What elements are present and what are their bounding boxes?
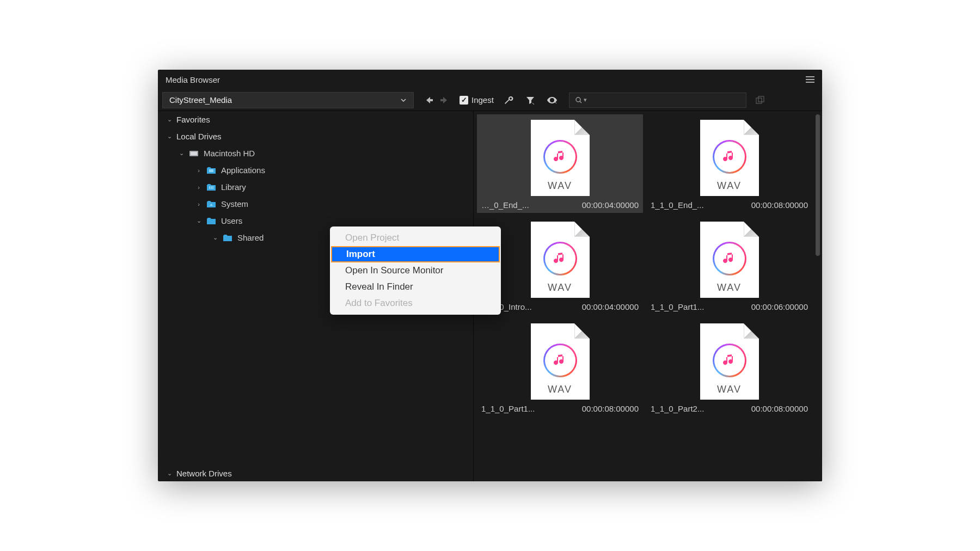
sidebar-label: Favorites xyxy=(176,115,210,124)
tree-item-applications[interactable]: › Applications xyxy=(158,162,473,179)
sidebar-section-network-drives[interactable]: ⌄ Network Drives xyxy=(158,464,473,481)
tree-item-system[interactable]: › System xyxy=(158,195,473,212)
search-dropdown-icon: ▾ xyxy=(584,96,587,103)
file-duration: 00:00:04:00000 xyxy=(582,302,639,311)
file-item[interactable]: WAV1_1_0_Part1...00:00:06:00000 xyxy=(646,216,812,315)
svg-rect-7 xyxy=(209,186,210,189)
file-item[interactable]: WAV1_1_0_Intro...00:00:04:00000 xyxy=(477,216,643,315)
file-name: 1_1_0_Part1... xyxy=(651,302,704,311)
file-type-label: WAV xyxy=(717,180,742,192)
chevron-down-icon: ⌄ xyxy=(166,133,173,140)
sidebar-section-favorites[interactable]: ⌄ Favorites xyxy=(158,111,473,128)
panel-title: Media Browser xyxy=(166,75,220,84)
file-type-label: WAV xyxy=(548,384,572,395)
scrollbar-thumb[interactable] xyxy=(816,114,820,256)
search-input[interactable]: ▾ xyxy=(569,93,746,108)
chevron-down-icon: ⌄ xyxy=(177,150,185,157)
tree-item-library[interactable]: › Library xyxy=(158,179,473,195)
nav-arrows xyxy=(424,94,450,106)
file-grid: WAV…_0_End_...00:00:04:00000WAV1_1_0_End… xyxy=(474,111,822,481)
file-item[interactable]: WAV1_1_0_End_...00:00:08:00000 xyxy=(646,114,812,213)
ingest-toggle[interactable]: ✓ Ingest xyxy=(460,95,494,105)
menu-item-reveal-in-finder[interactable]: Reveal In Finder xyxy=(330,279,501,295)
file-item[interactable]: WAV…_0_End_...00:00:04:00000 xyxy=(477,114,643,213)
file-item[interactable]: WAV1_1_0_Part1...00:00:08:00000 xyxy=(477,318,643,417)
music-note-icon xyxy=(543,242,577,276)
search-icon xyxy=(575,96,583,104)
file-thumbnail: WAV xyxy=(700,323,759,400)
panel-title-bar: Media Browser xyxy=(158,70,822,89)
menu-item-import[interactable]: Import xyxy=(331,246,500,262)
sidebar-label: Local Drives xyxy=(176,132,222,141)
menu-item-add-to-favorites[interactable]: Add to Favorites xyxy=(330,295,501,311)
file-thumbnail: WAV xyxy=(531,222,590,298)
file-duration: 00:00:06:00000 xyxy=(751,302,808,311)
folder-icon xyxy=(206,166,217,175)
file-thumbnail: WAV xyxy=(531,323,590,400)
menu-item-open-in-source-monitor[interactable]: Open In Source Monitor xyxy=(330,262,501,279)
tree-label: Macintosh HD xyxy=(204,149,255,158)
file-meta: 1_1_0_Part2...00:00:08:00000 xyxy=(646,404,812,413)
file-type-label: WAV xyxy=(717,384,742,395)
file-duration: 00:00:08:00000 xyxy=(582,404,639,413)
file-name: …_0_End_... xyxy=(481,200,529,210)
scrollbar[interactable] xyxy=(816,114,820,478)
folder-icon xyxy=(206,199,217,209)
tree-label: Shared xyxy=(237,233,264,242)
tree-label: Users xyxy=(221,216,242,225)
tree-label: System xyxy=(221,199,248,209)
toolbar: CityStreet_Media ✓ Ingest xyxy=(158,89,822,111)
nav-forward-icon[interactable] xyxy=(438,94,450,106)
file-type-label: WAV xyxy=(548,282,572,293)
chevron-down-icon xyxy=(400,97,407,103)
filter-icon[interactable] xyxy=(523,93,537,107)
file-duration: 00:00:08:00000 xyxy=(751,404,808,413)
tree-item-drive[interactable]: ⌄ Macintosh HD xyxy=(158,145,473,162)
main-area: ⌄ Favorites ⌄ Local Drives ⌄ Macintosh H… xyxy=(158,111,822,481)
new-bin-icon[interactable] xyxy=(754,94,766,106)
file-meta: 1_1_0_Part1...00:00:08:00000 xyxy=(477,404,643,413)
file-item[interactable]: WAV1_1_0_Part2...00:00:08:00000 xyxy=(646,318,812,417)
sidebar: ⌄ Favorites ⌄ Local Drives ⌄ Macintosh H… xyxy=(158,111,474,481)
music-note-icon xyxy=(543,140,577,174)
file-type-label: WAV xyxy=(717,282,742,293)
ingest-label: Ingest xyxy=(471,95,494,105)
chevron-down-icon: ⌄ xyxy=(166,116,173,123)
sidebar-section-local-drives[interactable]: ⌄ Local Drives xyxy=(158,128,473,145)
chevron-down-icon: ⌄ xyxy=(195,217,203,224)
eye-icon[interactable] xyxy=(545,93,559,107)
file-meta: …_0_End_...00:00:04:00000 xyxy=(477,200,643,210)
svg-point-1 xyxy=(576,97,580,102)
sidebar-label: Network Drives xyxy=(176,469,232,478)
wrench-icon[interactable] xyxy=(501,93,516,107)
panel-menu-icon[interactable] xyxy=(806,76,814,83)
nav-back-icon[interactable] xyxy=(424,94,436,106)
svg-rect-9 xyxy=(212,186,213,189)
music-note-icon xyxy=(713,242,746,276)
tree-label: Library xyxy=(221,182,246,192)
folder-dropdown[interactable]: CityStreet_Media xyxy=(162,92,414,108)
svg-rect-5 xyxy=(191,152,197,155)
music-note-icon xyxy=(713,344,746,377)
svg-rect-8 xyxy=(211,186,212,189)
folder-icon xyxy=(206,216,217,226)
file-duration: 00:00:04:00000 xyxy=(582,200,639,210)
folder-dropdown-label: CityStreet_Media xyxy=(169,95,232,105)
svg-rect-6 xyxy=(209,169,213,172)
music-note-icon xyxy=(543,344,577,377)
file-duration: 00:00:08:00000 xyxy=(751,200,808,210)
music-note-icon xyxy=(713,140,746,174)
file-meta: 1_1_0_Part1...00:00:06:00000 xyxy=(646,302,812,311)
file-type-label: WAV xyxy=(548,180,572,192)
ingest-checkbox[interactable]: ✓ xyxy=(460,96,468,105)
file-thumbnail: WAV xyxy=(700,222,759,298)
chevron-down-icon: ⌄ xyxy=(166,470,173,477)
file-meta: 1_1_0_Intro...00:00:04:00000 xyxy=(477,302,643,311)
file-name: 1_1_0_Part2... xyxy=(651,404,704,413)
file-thumbnail: WAV xyxy=(531,120,590,196)
tree-label: Applications xyxy=(221,166,265,175)
svg-rect-2 xyxy=(756,98,762,103)
chevron-right-icon: › xyxy=(195,201,203,207)
menu-item-open-project[interactable]: Open Project xyxy=(330,230,501,246)
file-meta: 1_1_0_End_...00:00:08:00000 xyxy=(646,200,812,210)
